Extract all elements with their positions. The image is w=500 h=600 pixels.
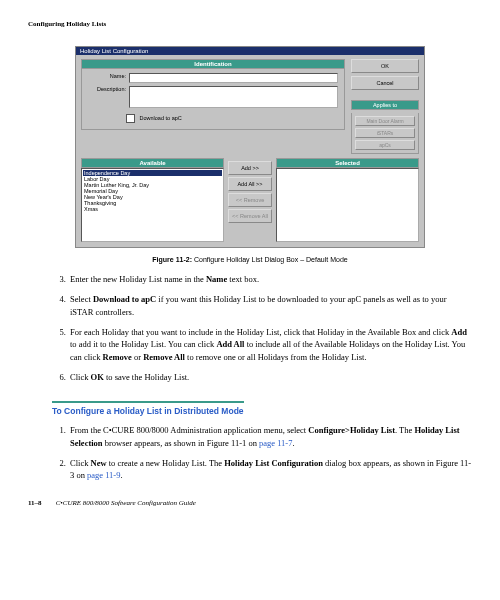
remove-all-button[interactable]: << Remove All (228, 209, 272, 223)
name-input[interactable] (129, 73, 338, 83)
ok-button[interactable]: OK (351, 59, 419, 73)
cancel-button[interactable]: Cancel (351, 76, 419, 90)
dialog-title-bar: Holiday List Configuration (76, 47, 424, 55)
identification-header: Identification (81, 59, 345, 69)
applies-istars[interactable]: iSTARs (355, 128, 415, 138)
selected-header: Selected (276, 158, 419, 168)
figure-caption: Figure 11-2: Configure Holiday List Dial… (28, 256, 472, 263)
applies-apcs[interactable]: apCs (355, 140, 415, 150)
add-all-button[interactable]: Add All >> (228, 177, 272, 191)
selected-list[interactable] (276, 168, 419, 242)
applies-to-header: Applies to (351, 100, 419, 110)
steps-list-1-2: From the C•CURE 800/8000 Administration … (28, 424, 472, 481)
step-4: Select Download to apC if you want this … (68, 293, 472, 318)
remove-button[interactable]: << Remove (228, 193, 272, 207)
page-header: Configuring Holiday Lists (28, 20, 472, 28)
description-label: Description: (88, 86, 129, 92)
holiday-list-config-dialog: Holiday List Configuration Identificatio… (75, 46, 425, 248)
step-6: Click OK to save the Holiday List. (68, 371, 472, 383)
available-header: Available (81, 158, 224, 168)
list-item[interactable]: Xmas (83, 206, 222, 212)
download-to-apc-label: Download to apC (140, 115, 182, 121)
dist-step-1: From the C•CURE 800/8000 Administration … (68, 424, 472, 449)
section-subheading: To Configure a Holiday List in Distribut… (52, 401, 244, 416)
page-number: 11–8 (28, 499, 42, 507)
add-button[interactable]: Add >> (228, 161, 272, 175)
available-list[interactable]: Independence Day Labor Day Martin Luther… (81, 168, 224, 242)
steps-list-3-6: Enter the new Holiday List name in the N… (28, 273, 472, 383)
dist-step-2: Click New to create a new Holiday List. … (68, 457, 472, 482)
applies-main-door[interactable]: Main Door Alarm (355, 116, 415, 126)
description-input[interactable] (129, 86, 338, 108)
step-5: For each Holiday that you want to includ… (68, 326, 472, 363)
name-label: Name: (88, 73, 129, 79)
step-3: Enter the new Holiday List name in the N… (68, 273, 472, 285)
footer-title: C•CURE 800/8000 Software Configuration G… (56, 499, 196, 507)
download-to-apc-checkbox[interactable] (126, 114, 135, 123)
page-footer: 11–8 C•CURE 800/8000 Software Configurat… (28, 499, 472, 507)
